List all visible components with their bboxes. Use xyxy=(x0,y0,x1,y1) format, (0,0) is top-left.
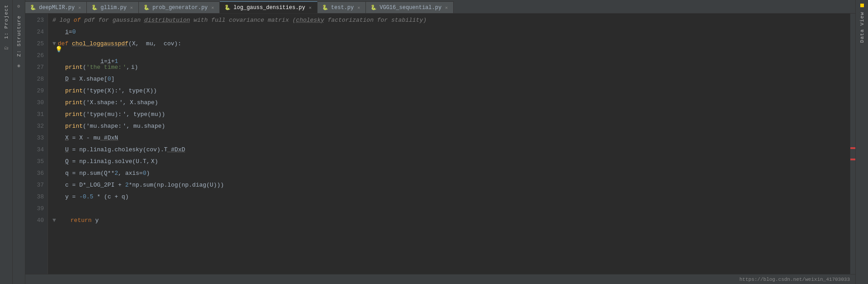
structure-icon-top[interactable]: ⚙ xyxy=(15,2,22,11)
left-panels: 1: Project 🗂 ⚙ Z: Structure ◉ xyxy=(0,0,25,284)
tab-label-test: test.py xyxy=(331,5,354,11)
line-num-33: 33 xyxy=(25,132,44,144)
var-Q-35: Q xyxy=(65,156,69,168)
print-30: print xyxy=(65,97,83,109)
tab-close-deepMLIR[interactable]: ✕ xyxy=(77,4,82,11)
tab-icon-log-gauss: 🐍 xyxy=(224,5,231,10)
line-36-content: q = np.sum(Q**2, axis=0) xyxy=(65,168,150,179)
tab-prob-generator[interactable]: 🐍 prob_generator.py ✕ xyxy=(139,1,220,13)
line-num-39: 39 xyxy=(25,203,44,215)
tab-label-deepMLIR: deepMLIR.py xyxy=(39,5,75,11)
structure-panel: ⚙ Z: Structure ◉ xyxy=(13,0,25,284)
line-numbers: 23 24 25 26 27 28 29 30 31 32 33 34 35 3… xyxy=(25,14,48,274)
line-num-29: 29 xyxy=(25,85,44,97)
tab-bar: 🐍 deepMLIR.py ✕ 🐍 gllim.py ✕ 🐍 prob_gene… xyxy=(25,0,855,14)
tab-label-vgg16: VGG16_sequential.py xyxy=(379,5,441,11)
line-num-28: 28 xyxy=(25,73,44,85)
line-num-30: 30 xyxy=(25,97,44,109)
str-time-27: 'the time: ' xyxy=(86,62,126,73)
editor-content: 23 24 25 26 27 28 29 30 31 32 33 34 35 3… xyxy=(25,14,855,274)
data-view-panel: Data View xyxy=(855,0,868,284)
minimap[interactable] xyxy=(850,14,855,274)
line-num-26: 26 xyxy=(25,50,44,62)
code-line-23: # log of pdf for gaussian distributuion … xyxy=(52,14,850,26)
tab-deepMLIR[interactable]: 🐍 deepMLIR.py ✕ xyxy=(25,1,87,13)
code-line-27: print('the time: ', i) xyxy=(52,62,850,73)
line-num-24: 24 xyxy=(25,26,44,38)
code-line-32: print('mu.shape: ', mu.shape) xyxy=(52,120,850,132)
code-line-37: c = D*_LOG_2PI + 2*np.sum(np.log(np.diag… xyxy=(52,179,850,191)
line-num-23: 23 xyxy=(25,14,44,26)
tab-icon-gllim: 🐍 xyxy=(91,5,98,10)
tab-icon-prob: 🐍 xyxy=(143,5,150,10)
tab-close-gllim[interactable]: ✕ xyxy=(129,4,134,11)
tab-close-vgg16[interactable]: ✕ xyxy=(444,4,449,11)
line-num-31: 31 xyxy=(25,109,44,120)
print-27: print xyxy=(65,62,83,73)
code-line-26: 💡 i=i+1 xyxy=(52,50,850,62)
structure-icon-bottom[interactable]: ◉ xyxy=(15,61,22,70)
tab-close-log-gauss[interactable]: ✕ xyxy=(308,4,313,11)
line-num-25: 25 xyxy=(25,38,44,50)
code-content-40: return y xyxy=(58,215,99,226)
project-label[interactable]: 1: Project xyxy=(4,2,9,42)
var-X-33: X xyxy=(65,132,69,144)
line-num-27: 27 xyxy=(25,62,44,73)
code-line-40: ▼ return y xyxy=(52,215,850,226)
tab-vgg16[interactable]: 🐍 VGG16_sequential.py ✕ xyxy=(366,1,454,13)
tab-icon-deepMLIR: 🐍 xyxy=(30,5,36,10)
minimap-highlight2 xyxy=(850,159,855,160)
code-line-39 xyxy=(52,203,850,215)
tab-icon-test: 🐍 xyxy=(322,5,328,10)
tab-label-gllim: gllim.py xyxy=(100,5,127,11)
code-line-25: ▼def chol_loggausspdf(X, mu, cov): xyxy=(52,38,850,50)
print-32: print xyxy=(65,120,83,132)
line-num-37: 37 xyxy=(25,179,44,191)
code-line-38: y = -0.5 * (c + q) xyxy=(52,191,850,203)
status-url: https://blog.csdn.net/weixin_41703033 xyxy=(740,277,850,282)
tab-label-prob: prob_generator.py xyxy=(152,5,208,11)
code-area[interactable]: # log of pdf for gaussian distributuion … xyxy=(48,14,850,274)
tab-test[interactable]: 🐍 test.py ✕ xyxy=(318,1,366,13)
tab-close-test[interactable]: ✕ xyxy=(356,4,361,11)
print-31: print xyxy=(65,109,83,120)
data-view-label[interactable]: Data View xyxy=(859,9,865,45)
code-line-36: q = np.sum(Q**2, axis=0) xyxy=(52,168,850,179)
fold-marker-40[interactable]: ▼ xyxy=(52,215,56,226)
tab-gllim[interactable]: 🐍 gllim.py ✕ xyxy=(87,1,139,13)
params-25: (X, mu, cov): xyxy=(128,38,181,50)
status-bar: https://blog.csdn.net/weixin_41703033 xyxy=(25,274,855,284)
tab-icon-vgg16: 🐍 xyxy=(370,5,377,10)
code-line-34: U = np.linalg.cholesky(cov).T #DxD xyxy=(52,144,850,156)
editor-container: 🐍 deepMLIR.py ✕ 🐍 gllim.py ✕ 🐍 prob_gene… xyxy=(25,0,855,284)
code-line-24: i=0 xyxy=(52,26,850,38)
code-line-30: print('X.shape: ', X.shape) xyxy=(52,97,850,109)
line-num-34: 34 xyxy=(25,144,44,156)
code-line-29: print('type(X):', type(X)) xyxy=(52,85,850,97)
tab-close-prob[interactable]: ✕ xyxy=(210,4,215,11)
data-view-indicator xyxy=(860,4,864,7)
var-U-34: U xyxy=(65,144,69,156)
line-num-35: 35 xyxy=(25,156,44,168)
code-line-35: Q = np.linalg.solve(U.T, X) xyxy=(52,156,850,168)
minimap-highlight xyxy=(850,147,855,149)
line-num-38: 38 xyxy=(25,191,44,203)
code-line-31: print('type(mu): ', type(mu)) xyxy=(52,109,850,120)
var-D-28: D xyxy=(65,73,69,85)
code-line-28: D = X.shape[0] xyxy=(52,73,850,85)
line-37-content: c = D*_LOG_2PI + 2*np.sum(np.log(np.diag… xyxy=(65,179,224,191)
structure-label[interactable]: Z: Structure xyxy=(16,13,22,59)
tab-label-log-gauss: log_gauss_densities.py xyxy=(233,5,305,11)
line-num-40: 40 xyxy=(25,215,44,226)
lightbulb-icon[interactable]: 💡 xyxy=(55,44,62,56)
project-icon[interactable]: 🗂 xyxy=(2,43,10,53)
line-38-content: y = -0.5 * (c + q) xyxy=(65,191,128,203)
tab-log-gauss[interactable]: 🐍 log_gauss_densities.py ✕ xyxy=(220,1,317,13)
comment-23: # log of pdf for gaussian distributuion … xyxy=(52,14,427,26)
print-29: print xyxy=(65,85,83,97)
project-panel: 1: Project 🗂 xyxy=(0,0,13,284)
code-line-33: X = X - mu #DxN xyxy=(52,132,850,144)
line-num-36: 36 xyxy=(25,168,44,179)
line-num-32: 32 xyxy=(25,120,44,132)
paren-27: ( xyxy=(83,62,86,73)
